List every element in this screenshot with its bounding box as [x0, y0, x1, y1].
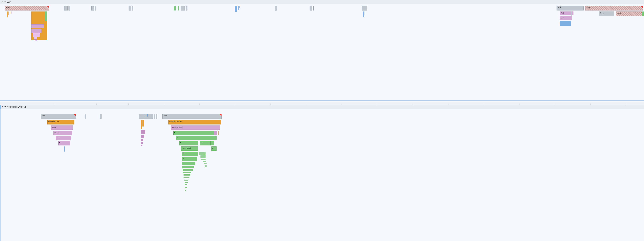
main-anon-3 — [33, 33, 40, 37]
worker-small-5 — [156, 114, 157, 119]
worker-f[interactable]: f... — [58, 141, 70, 146]
main-task-large-r[interactable]: Task — [556, 6, 584, 10]
mini-bar-2 — [8, 12, 9, 15]
main-re-block[interactable]: R...e — [599, 12, 614, 16]
small-task-5b — [186, 6, 188, 10]
worker-ft-parens — [214, 131, 217, 135]
worker-section-header[interactable]: ▼ ▼ Worker: exif-worker.js — [0, 105, 644, 109]
worker-parens-label: (...) — [57, 136, 60, 138]
worker-purple-2 — [141, 135, 144, 138]
main-blue-1 — [235, 6, 237, 12]
main-lat-label: La...t — [616, 12, 621, 14]
small-task-7 — [310, 6, 312, 10]
main-lat-block[interactable]: La...t — [616, 12, 643, 16]
worker-lt-label: lt — [177, 136, 178, 138]
worker-purple-5 — [141, 145, 142, 146]
main-task-far-right[interactable]: Task — [585, 6, 643, 10]
worker-anon-label: (anonymous) — [172, 126, 182, 128]
worker-small-1 — [84, 114, 86, 119]
worker-lt[interactable]: lt — [176, 136, 216, 140]
worker-orange-1 — [141, 120, 142, 129]
main-anon-2 — [31, 29, 42, 33]
main-green-bar-1 — [174, 6, 176, 10]
small-task-8 — [362, 6, 367, 10]
small-task-6 — [275, 6, 277, 10]
timeline-container: ▼ ▼ Main Task — [0, 0, 644, 241]
small-task-2b — [95, 6, 96, 10]
worker-ano-ous[interactable]: (ano...ous) — [181, 146, 198, 151]
small-task-3b — [132, 6, 133, 10]
worker-task-1[interactable]: Task — [40, 114, 76, 119]
worker-gee-label: ge...e — [54, 131, 59, 133]
worker-ano-ous-label: (ano...ous) — [182, 147, 191, 149]
worker-small-2 — [100, 114, 102, 119]
worker-func-call[interactable]: Function Call — [47, 120, 74, 124]
small-task-3 — [128, 6, 131, 10]
main-section-label: ▼ Main — [4, 1, 11, 3]
mini-bar-4 — [11, 12, 12, 14]
main-parens-block[interactable]: (...) — [560, 16, 572, 20]
worker-ft[interactable]: ft — [174, 131, 217, 135]
small-task-1b — [68, 6, 70, 10]
main-task-fr-label: Task — [586, 6, 590, 8]
main-gray-small-r — [571, 12, 572, 16]
main-fi-label: F...l — [561, 12, 564, 14]
main-blue-4 — [363, 12, 364, 18]
worker-task-3[interactable]: Task — [162, 114, 222, 119]
small-task-1 — [64, 6, 68, 10]
worker-blue-2 — [145, 114, 145, 117]
main-green-1 — [45, 12, 47, 21]
main-parens-label: (...) — [561, 17, 564, 19]
worker-_e-label: _e — [200, 142, 202, 144]
worker-parens[interactable]: (...) — [56, 136, 71, 140]
worker-task-3-label: Task — [163, 114, 167, 116]
worker-V[interactable]: V — [182, 157, 197, 161]
worker-ft-label: ft — [174, 131, 175, 133]
main-task-1-label: Task — [6, 6, 10, 8]
main-blue-5 — [364, 12, 366, 15]
worker-as-label: (a...s) — [52, 126, 56, 128]
small-task-2 — [91, 6, 94, 10]
worker-small-3 — [152, 114, 153, 119]
main-section-content: Task — [0, 4, 644, 102]
worker-section-content: Task Function Call (a...s) ge...e (...) … — [0, 109, 644, 241]
main-task-1[interactable]: Task — [5, 6, 49, 10]
worker-orange-2 — [142, 120, 144, 126]
worker-microtask-label: Run Microtasks — [169, 120, 182, 122]
worker-purple-1 — [141, 130, 145, 134]
worker-purple-4 — [141, 142, 143, 144]
worker-o[interactable]: o — [212, 146, 216, 151]
main-anon-5 — [35, 40, 37, 41]
worker-section-label: ▼ Worker: exif-worker.js — [4, 106, 26, 108]
worker-anonymous[interactable]: (anonymous) — [171, 126, 220, 130]
main-anon-4 — [34, 37, 37, 40]
worker-purple-3 — [141, 139, 143, 141]
worker-small-4 — [154, 114, 155, 119]
worker-func-call-label: Function Call — [48, 120, 59, 122]
mini-bar-1 — [7, 12, 8, 18]
worker-task-1-label: Task — [42, 114, 45, 116]
worker-W[interactable]: W — [182, 152, 198, 156]
worker-a-s[interactable]: (a...s) — [51, 126, 73, 130]
main-anon-1 — [31, 24, 44, 28]
main-blue-2 — [238, 6, 239, 10]
main-blue-3 — [239, 6, 240, 8]
worker-ge-e[interactable]: ge...e — [53, 131, 72, 135]
main-blue-separator — [0, 100, 644, 101]
main-green-fr — [642, 12, 644, 16]
worker-triangle-icon: ▼ — [1, 106, 3, 108]
worker-o-label: o — [212, 147, 213, 149]
worker-green-_e — [211, 141, 214, 146]
main-blue-rect — [560, 21, 571, 26]
main-task-r-label: Task — [558, 6, 561, 8]
worker-V-label: V — [183, 158, 184, 160]
worker-task-2[interactable]: T... — [139, 114, 152, 119]
worker-_e[interactable]: _e — [200, 141, 210, 146]
small-task-7b — [312, 6, 314, 10]
worker-f-label: f... — [59, 142, 61, 144]
worker-z[interactable]: z — [179, 141, 198, 146]
worker-microtask[interactable]: Run Microtasks — [168, 120, 221, 124]
worker-blue-bar-1 — [64, 146, 65, 152]
worker-task-2-label: T... — [140, 114, 142, 116]
main-section-header[interactable]: ▼ ▼ Main — [0, 0, 644, 4]
